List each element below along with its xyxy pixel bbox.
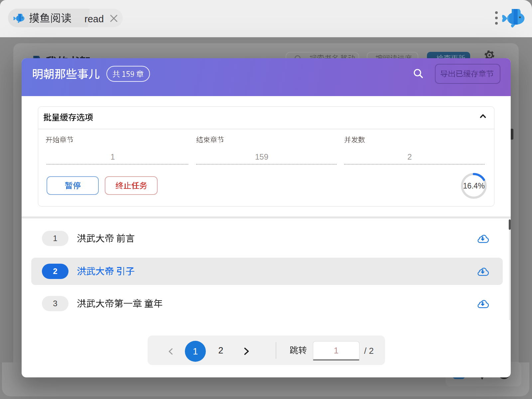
svg-text:16.4%: 16.4% <box>463 182 484 190</box>
